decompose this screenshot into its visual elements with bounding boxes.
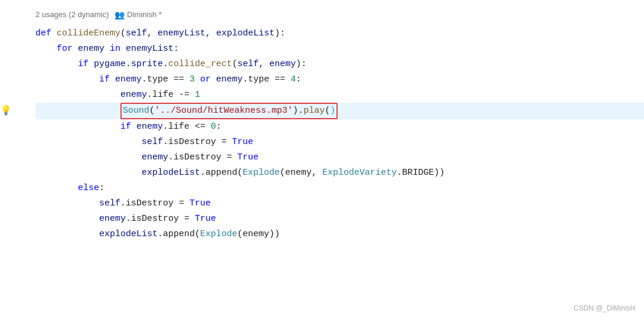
author-icon: 👥 bbox=[115, 8, 125, 21]
code-lines: def collideEnemy(self, enemyList, explod… bbox=[35, 26, 644, 242]
code-line: else: bbox=[35, 181, 644, 196]
meta-bar: 2 usages (2 dynamic) 👥 Diminish * bbox=[35, 6, 644, 26]
code-line: if enemy.life <= 0: bbox=[35, 119, 644, 135]
code-content: Sound('../Sound/hitWeakness.mp3').play() bbox=[35, 103, 338, 119]
code-line: self.isDestroy = True bbox=[35, 196, 644, 211]
code-content: else: bbox=[35, 181, 104, 195]
watermark: CSDN @_DiMinisH bbox=[574, 303, 635, 314]
code-content: def collideEnemy(self, enemyList, explod… bbox=[35, 27, 285, 41]
code-content: self.isDestroy = True bbox=[35, 197, 211, 211]
code-line: enemy.isDestroy = True bbox=[35, 150, 644, 165]
code-content: self.isDestroy = True bbox=[35, 135, 253, 149]
code-content: explodeList.append(Explode(enemy, Explod… bbox=[35, 166, 444, 180]
code-line: self.isDestroy = True bbox=[35, 135, 644, 150]
code-content: enemy.isDestroy = True bbox=[35, 151, 259, 165]
highlighted-code-box: Sound('../Sound/hitWeakness.mp3').play() bbox=[120, 103, 338, 119]
code-content: enemy.life -= 1 bbox=[35, 88, 200, 102]
code-content: enemy.isDestroy = True bbox=[35, 212, 216, 226]
bulb-icon[interactable]: 💡 bbox=[0, 104, 12, 119]
usages-label: 2 usages (2 dynamic) bbox=[35, 9, 109, 21]
code-content: if enemy.life <= 0: bbox=[35, 120, 221, 134]
code-content: for enemy in enemyList: bbox=[35, 42, 179, 56]
code-line: def collideEnemy(self, enemyList, explod… bbox=[35, 26, 644, 41]
code-content: if enemy.type == 3 or enemy.type == 4: bbox=[35, 73, 301, 87]
code-line: enemy.life -= 1 bbox=[35, 87, 644, 103]
code-line: if pygame.sprite.collide_rect(self, enem… bbox=[35, 57, 644, 72]
code-content: explodeList.append(Explode(enemy)) bbox=[35, 227, 280, 241]
code-line: for enemy in enemyList: bbox=[35, 41, 644, 57]
code-content: if pygame.sprite.collide_rect(self, enem… bbox=[35, 57, 306, 71]
code-line: 💡 Sound('../Sound/hitWeakness.mp3').play… bbox=[35, 103, 644, 119]
author-label: 👥 Diminish * bbox=[115, 8, 162, 21]
code-line: explodeList.append(Explode(enemy)) bbox=[35, 227, 644, 242]
code-editor: 2 usages (2 dynamic) 👥 Diminish * def co… bbox=[0, 0, 644, 320]
code-line: enemy.isDestroy = True bbox=[35, 211, 644, 227]
code-line: explodeList.append(Explode(enemy, Explod… bbox=[35, 165, 644, 181]
code-line: if enemy.type == 3 or enemy.type == 4: bbox=[35, 72, 644, 87]
